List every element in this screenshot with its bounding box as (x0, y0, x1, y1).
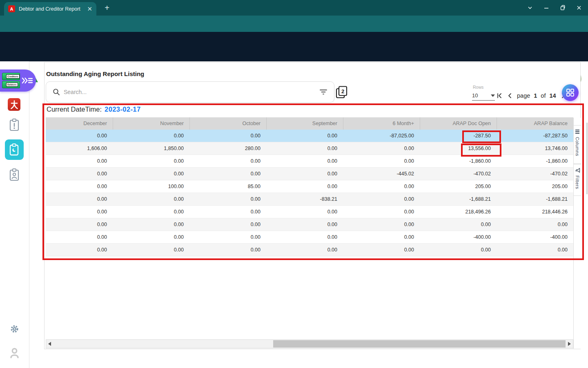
page-vertical-scrollbar-thumb[interactable] (586, 123, 588, 194)
table-row[interactable]: 0.000.000.000.000.000.000.00 (46, 218, 573, 231)
window-restore-button[interactable] (559, 4, 566, 11)
table-row[interactable]: 0.000.000.00-838.210.00-1,688.21-1,688.2… (46, 193, 573, 206)
table-cell: 218,446.26 (497, 206, 573, 218)
page-title: Outstanding Aging Report Listing (46, 70, 144, 77)
sidebar-item-aging-report-active[interactable] (5, 139, 24, 160)
table-cell: 0.00 (189, 231, 266, 243)
table-cell: -400.00 (420, 231, 497, 243)
tab-search-chevron-icon[interactable] (527, 4, 533, 11)
filter-list-icon[interactable] (319, 88, 327, 96)
table-cell: 0.00 (343, 180, 420, 193)
table-cell: 0.00 (343, 142, 420, 155)
scroll-left-arrow[interactable] (48, 342, 51, 346)
table-cell: 0.00 (266, 244, 343, 256)
table-cell: 1,850.00 (113, 142, 189, 155)
table-row[interactable]: 0.000.000.000.00-445.02-470.02-470.02 (46, 168, 573, 180)
clipboard-icon (9, 143, 20, 156)
table-horizontal-scrollbar[interactable] (46, 339, 573, 348)
column-header[interactable]: November (113, 117, 189, 130)
app-header: akaun (0, 32, 588, 61)
table-cell: -400.00 (497, 231, 573, 243)
tab-columns[interactable]: Columns (574, 125, 581, 164)
table-cell: 205.00 (497, 180, 573, 193)
table-cell: 218,496.26 (420, 206, 497, 218)
column-header[interactable]: ARAP Doc Open (420, 117, 497, 130)
table-cell: 85.00 (189, 180, 266, 193)
search-bar (46, 81, 334, 103)
table-cell: 0.00 (343, 231, 420, 243)
column-header[interactable]: ARAP Balance (497, 117, 573, 130)
first-page-button[interactable] (497, 92, 503, 99)
table-cell: 0.00 (343, 155, 420, 167)
table-cell: -287.50 (420, 130, 497, 142)
table-cell: 0.00 (113, 168, 189, 180)
table-row[interactable]: 0.000.000.000.000.00218,496.26218,446.26 (46, 206, 573, 218)
column-header[interactable]: September (266, 117, 343, 130)
multi-page-view-button[interactable]: 2 (336, 85, 348, 99)
rows-per-page-label: Rows (473, 85, 483, 90)
table-row[interactable]: 0.00100.0085.000.000.00205.00205.00 (46, 180, 573, 193)
clipboard-person-icon (9, 168, 20, 181)
table-cell: 13,746.00 (497, 142, 573, 155)
table-row[interactable]: 1,606.001,850.00280.000.000.0013,556.001… (46, 142, 573, 155)
table-cell: 0.00 (46, 193, 113, 205)
table-cell: 0.00 (343, 193, 420, 205)
browser-tab[interactable]: A Debtor and Creditor Report ✕ (4, 2, 96, 16)
tab-close-icon[interactable]: ✕ (87, 5, 92, 13)
window-minimize-button[interactable] (543, 4, 550, 11)
table-row[interactable]: 0.000.000.000.000.000.000.00 (46, 244, 573, 256)
table-cell: 0.00 (189, 155, 266, 167)
person-icon (10, 348, 19, 358)
column-header[interactable]: December (46, 117, 113, 130)
menu-open-icon (21, 76, 33, 85)
table-cell: -445.02 (343, 168, 420, 180)
table-cell: 0.00 (189, 193, 266, 205)
table-cell: 0.00 (497, 244, 573, 256)
columns-tab-label: Columns (575, 137, 580, 156)
column-header[interactable]: October (189, 117, 266, 130)
table-cell: -87,025.00 (343, 130, 420, 142)
table-row[interactable]: 0.000.000.000.000.00-1,860.00-1,860.00 (46, 155, 573, 168)
table-cell: 0.00 (343, 218, 420, 231)
table-cell: 0.00 (189, 218, 266, 231)
creditors-binder-label: Creditors (6, 74, 20, 79)
table-cell: 0.00 (46, 206, 113, 218)
sidebar-item-report-alert[interactable] (9, 118, 20, 131)
grid-side-tabs: Columns Filters (573, 118, 581, 349)
settings-gear-button[interactable] (10, 324, 19, 334)
sidebar-item-contacts-report[interactable] (9, 168, 20, 181)
datetime-label: Current DateTime: (47, 105, 102, 113)
apps-grid-button[interactable] (562, 84, 579, 101)
datetime-value: 2023-02-17 (105, 105, 140, 113)
search-input[interactable] (64, 89, 319, 95)
total-pages: 14 (549, 92, 556, 99)
sidebar-expand-toggle[interactable]: Creditors Debtors (0, 70, 36, 92)
table-cell: 0.00 (189, 206, 266, 218)
grid-icon (566, 88, 575, 97)
table-row[interactable]: 0.000.000.000.00-87,025.00-287.50-87,287… (46, 130, 573, 142)
da-character-icon (9, 99, 19, 110)
prev-page-button[interactable] (507, 92, 513, 99)
rows-per-page-select[interactable]: 10 (472, 91, 495, 101)
table-cell: 0.00 (266, 155, 343, 167)
column-header[interactable]: 6 Month+ (343, 117, 420, 130)
table-cell: -87,287.50 (497, 130, 573, 142)
scrollbar-thumb[interactable] (273, 340, 566, 348)
tab-filters[interactable]: Filters (574, 164, 581, 196)
table-cell: 0.00 (113, 193, 189, 205)
scroll-right-arrow[interactable] (568, 342, 571, 346)
table-cell: -1,688.21 (420, 193, 497, 205)
page-word: page (517, 92, 530, 99)
sidebar-item-da-app[interactable] (8, 98, 20, 111)
window-close-button[interactable] (576, 4, 582, 11)
current-datetime: Current DateTime:2023-02-17 (47, 105, 141, 113)
profile-button[interactable] (10, 348, 19, 358)
filter-funnel-icon (575, 168, 580, 173)
table-cell: -470.02 (497, 168, 573, 180)
table-cell: 0.00 (343, 244, 420, 256)
new-tab-button[interactable]: + (102, 3, 112, 13)
table-row[interactable]: 0.000.000.000.000.00-400.00-400.00 (46, 231, 573, 244)
table-cell: 0.00 (46, 244, 113, 256)
chevron-down-icon (491, 94, 495, 97)
table-cell: -470.02 (420, 168, 497, 180)
